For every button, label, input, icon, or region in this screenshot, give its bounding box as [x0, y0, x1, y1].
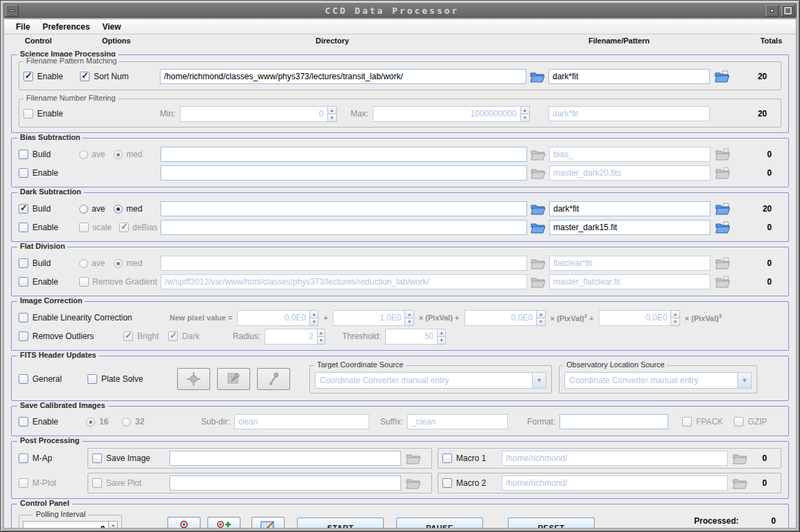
gzip-checkbox[interactable]	[734, 417, 743, 427]
flat-pattern-field[interactable]	[549, 256, 710, 271]
save-plot-field[interactable]	[170, 475, 401, 491]
bias-ave-radio[interactable]	[79, 150, 88, 159]
bias-build-dir-field[interactable]	[161, 147, 527, 162]
plate-solve-checkbox[interactable]	[88, 374, 97, 384]
coeff0-up-icon[interactable]: ▲	[310, 311, 318, 318]
set-markers-button[interactable]: Set	[167, 517, 201, 529]
threshold-spinner[interactable]: ▲▼	[385, 329, 446, 345]
linearity-checkbox[interactable]	[19, 313, 28, 323]
bias-master-folder-icon[interactable]	[715, 167, 731, 180]
flat-master-folder-icon[interactable]	[715, 276, 731, 289]
bias-enable-dir-field[interactable]	[161, 165, 527, 181]
dark-outlier-checkbox[interactable]	[168, 331, 178, 341]
macro1-folder-icon[interactable]	[732, 452, 748, 465]
target-source-combo[interactable]: Coordinate Converter manual entry ▼	[315, 372, 546, 389]
title-bar[interactable]: CCD Data Processor	[3, 3, 797, 18]
radius-up-icon[interactable]: ▲	[318, 329, 325, 336]
bias-master-field[interactable]	[549, 165, 710, 181]
dark-master-folder-icon[interactable]	[715, 221, 731, 234]
threshold-field[interactable]	[385, 329, 437, 345]
plate-grid-button[interactable]	[217, 368, 250, 390]
dark-debias-checkbox[interactable]	[119, 223, 129, 232]
bright-checkbox[interactable]	[123, 331, 133, 341]
pattern-enable-checkbox[interactable]	[23, 72, 33, 81]
filter-pattern-field[interactable]	[548, 106, 710, 121]
bits32-radio[interactable]	[122, 418, 131, 427]
flat-master-field[interactable]	[549, 274, 710, 289]
dark-enable-checkbox[interactable]	[19, 223, 28, 232]
dark-build-checkbox[interactable]	[19, 204, 28, 214]
window-menu-button[interactable]	[6, 5, 19, 17]
coeff2-spinner[interactable]: ▲▼	[464, 310, 546, 326]
reset-button[interactable]: RESET	[508, 518, 595, 529]
coeff1-field[interactable]	[333, 310, 405, 326]
dark-pattern-field[interactable]	[549, 201, 710, 216]
dark-ave-radio[interactable]	[79, 205, 88, 214]
coeff3-spinner[interactable]: ▲▼	[599, 310, 680, 326]
coeff2-up-icon[interactable]: ▲	[537, 311, 544, 318]
max-spinner-down-icon[interactable]: ▼	[521, 114, 529, 121]
subdir-field[interactable]	[234, 414, 369, 429]
menu-preferences[interactable]: Preferences	[37, 21, 96, 33]
flat-enable-dir-field[interactable]	[161, 274, 527, 289]
min-spinner-up-icon[interactable]: ▲	[328, 107, 336, 114]
bias-build-checkbox[interactable]	[19, 150, 28, 159]
fpack-checkbox[interactable]	[682, 417, 692, 427]
flat-enable-checkbox[interactable]	[19, 277, 28, 287]
save-image-folder-icon[interactable]	[405, 452, 422, 465]
bias-pattern-folder-icon[interactable]	[715, 148, 731, 161]
save-image-checkbox[interactable]	[92, 453, 102, 463]
save-plot-folder-icon[interactable]	[405, 477, 422, 490]
dark-pattern-folder-icon[interactable]	[715, 203, 731, 216]
format-field[interactable]	[560, 414, 668, 429]
add-remove-markers-button[interactable]	[207, 517, 240, 529]
bits16-radio[interactable]	[86, 418, 95, 427]
maximize-button[interactable]	[781, 5, 794, 17]
save-enable-checkbox[interactable]	[19, 417, 28, 427]
macro2-field[interactable]	[502, 475, 728, 491]
compass-button[interactable]	[257, 368, 290, 390]
flat-build-dir-field[interactable]	[161, 256, 527, 271]
dark-med-radio[interactable]	[114, 205, 123, 214]
macro2-checkbox[interactable]	[442, 478, 452, 488]
remove-gradient-checkbox[interactable]	[79, 277, 89, 287]
dark-scale-checkbox[interactable]	[79, 223, 89, 232]
suffix-field[interactable]	[407, 414, 508, 429]
flat-build-checkbox[interactable]	[19, 258, 28, 268]
menu-view[interactable]: View	[96, 21, 127, 33]
coeff3-field[interactable]	[599, 310, 671, 326]
flat-pattern-folder-icon[interactable]	[715, 257, 731, 270]
obs-combo-arrow-icon[interactable]: ▼	[737, 373, 751, 388]
radius-spinner[interactable]: ▲▼	[265, 329, 325, 345]
dark-enable-dir-folder-icon[interactable]	[530, 221, 546, 234]
flat-enable-dir-folder-icon[interactable]	[530, 276, 546, 289]
mplot-checkbox[interactable]	[19, 478, 28, 488]
flat-med-radio[interactable]	[114, 259, 123, 268]
coeff2-down-icon[interactable]: ▼	[537, 318, 544, 325]
science-pattern-field[interactable]	[548, 69, 710, 84]
dark-build-dir-folder-icon[interactable]	[530, 203, 546, 216]
target-combo-arrow-icon[interactable]: ▼	[532, 373, 546, 388]
coeff0-spinner[interactable]: ▲▼	[237, 310, 318, 326]
max-spinner[interactable]: ▲▼	[373, 106, 530, 122]
coeff1-down-icon[interactable]: ▼	[405, 318, 413, 325]
science-directory-field[interactable]	[160, 69, 526, 84]
bias-pattern-field[interactable]	[549, 147, 710, 162]
iconify-button[interactable]	[766, 5, 779, 17]
clean-button[interactable]	[252, 517, 285, 529]
min-field[interactable]	[180, 106, 327, 122]
pause-button[interactable]: PAUSE	[396, 518, 483, 529]
dark-build-dir-field[interactable]	[161, 201, 527, 216]
flat-build-dir-folder-icon[interactable]	[530, 257, 546, 270]
threshold-down-icon[interactable]: ▼	[438, 336, 445, 344]
polling-up-icon[interactable]: ▲	[109, 522, 117, 529]
map-checkbox[interactable]	[19, 453, 28, 463]
macro1-field[interactable]	[502, 451, 728, 466]
save-plot-checkbox[interactable]	[92, 478, 102, 488]
filter-enable-checkbox[interactable]	[23, 109, 33, 119]
min-spinner[interactable]: ▲▼	[180, 106, 337, 122]
bias-build-dir-folder-icon[interactable]	[530, 148, 546, 161]
obs-source-combo[interactable]: Coordinate Converter manual entry ▼	[564, 372, 752, 389]
polling-field[interactable]	[23, 521, 108, 529]
max-field[interactable]	[373, 106, 520, 122]
